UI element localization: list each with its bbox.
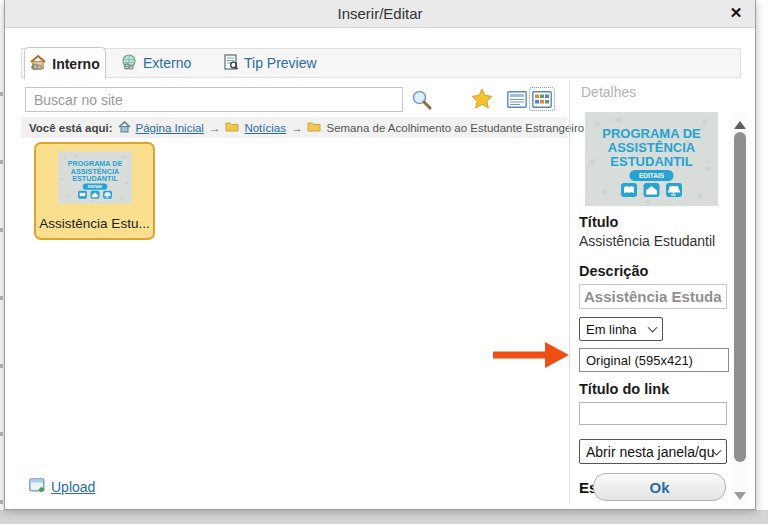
dialog-title: Inserir/Editar [337,5,422,22]
description-input[interactable] [579,284,727,309]
svg-text:PROGRAMA DE: PROGRAMA DE [602,126,701,141]
details-preview-image: PROGRAMA DE ASSISTÊNCIA ESTUDANTIL EDITA… [585,112,718,206]
folder-icon [307,121,321,134]
upload-icon [29,478,46,496]
breadcrumb-separator: → [209,122,221,134]
tab-tip-preview[interactable]: Tip Preview [224,48,317,78]
close-icon[interactable]: ✕ [725,2,747,24]
folder-icon [225,121,239,134]
grid-view-icon[interactable] [529,87,555,111]
scroll-down-icon[interactable] [734,486,746,504]
breadcrumb-separator: → [291,122,303,134]
link-title-input[interactable] [579,402,727,425]
image-size-value: Original (595x421) [586,353,693,368]
svg-text:ESTUDANTIL: ESTUDANTIL [610,154,692,169]
image-size-select[interactable]: Original (595x421) [579,348,729,372]
tab-interno-label: Interno [52,56,99,72]
link-title-label: Título do link [579,381,669,397]
result-caption: Assistência Estu... [36,216,153,231]
favorites-star-icon[interactable] [471,88,493,113]
breadcrumb-link-noticias[interactable]: Notícias [244,122,286,134]
breadcrumb: Você está aqui: Página Inicial → Notícia… [21,117,567,138]
dialog-titlebar: Inserir/Editar [5,0,755,28]
result-thumbnail-image: PROGRAMA DE ASSISTÊNCIA ESTUDANTIL EDITA… [58,151,132,204]
home-tab-icon [30,55,46,73]
description-label: Descrição [579,263,648,279]
annotation-arrow-icon [493,340,569,374]
page-behind-bottom [0,510,768,524]
tab-externo-label: Externo [143,55,191,71]
title-value: Assistência Estudantil [579,233,715,249]
link-target-value: Abrir nesta janela/qu [586,444,714,460]
upload-link[interactable]: Upload [29,478,95,496]
link-target-select[interactable]: Abrir nesta janela/qu [579,439,727,464]
page-behind-edge [0,28,3,510]
panel-divider [569,80,570,505]
breadcrumb-current: Semana de Acolhimento ao Estudante Estra… [326,122,584,134]
insert-edit-dialog: Inserir/Editar ✕ Interno [4,0,756,510]
details-heading: Detalhes [581,84,636,100]
tab-externo[interactable]: Externo [121,48,191,78]
display-mode-value: Em linha [586,322,637,337]
search-input[interactable] [25,87,403,112]
breadcrumb-prefix: Você está aqui: [29,122,113,134]
ok-button[interactable]: Ok [593,473,726,501]
svg-text:ESTUDANTIL: ESTUDANTIL [72,174,118,183]
tab-interno[interactable]: Interno [24,47,106,79]
breadcrumb-link-home[interactable]: Página Inicial [136,122,204,134]
chevron-down-icon [648,323,658,333]
screen: Inserir/Editar ✕ Interno [0,0,768,524]
svg-text:EDITAIS: EDITAIS [639,172,665,179]
search-icon[interactable] [411,89,432,114]
panel-scrollbar-thumb[interactable] [734,132,746,462]
globe-tab-icon [121,54,137,73]
svg-text:EDITAIS: EDITAIS [88,185,103,189]
scroll-up-icon[interactable] [734,115,746,133]
upload-label: Upload [51,479,95,495]
title-label: Título [579,214,618,230]
tab-tip-preview-label: Tip Preview [244,55,317,71]
list-view-icon[interactable] [507,91,527,112]
display-mode-select[interactable]: Em linha [579,317,663,341]
document-preview-tab-icon [224,54,238,73]
image-result-card[interactable]: PROGRAMA DE ASSISTÊNCIA ESTUDANTIL EDITA… [34,142,155,240]
svg-text:ASSISTÊNCIA: ASSISTÊNCIA [608,140,696,155]
breadcrumb-home-icon [118,121,131,135]
